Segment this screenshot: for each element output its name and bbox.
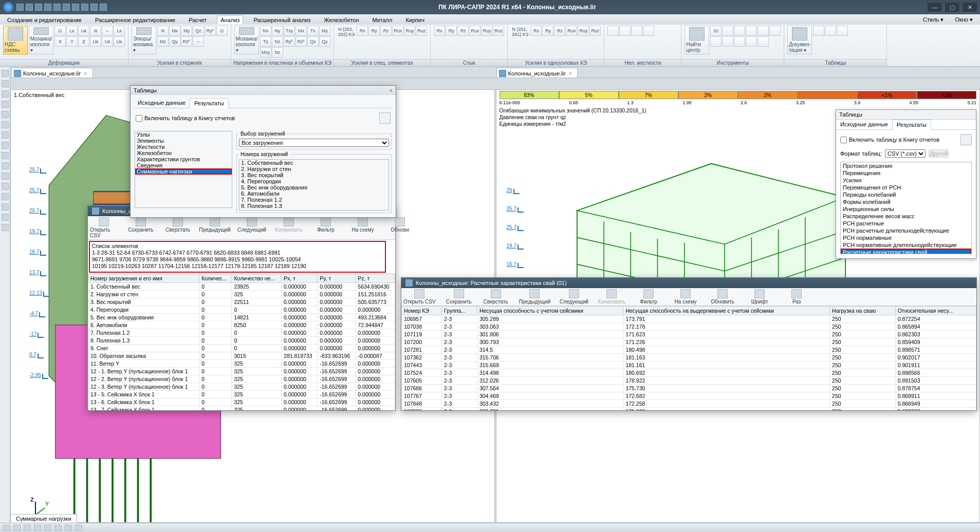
table-row[interactable]: 12 - 2. Ветер Y (пульсационное) блок 103… (88, 375, 395, 383)
status-icon[interactable] (3, 525, 10, 531)
ribbon-small-button[interactable]: Rx (434, 26, 445, 36)
tab-analysis-ext[interactable]: Расширенный анализ (250, 16, 313, 24)
ribbon-small-button[interactable] (619, 26, 631, 36)
ribbon-small-button[interactable] (837, 26, 848, 36)
ribbon-small-button[interactable]: Lк (66, 26, 78, 36)
table-row[interactable]: 1078482-3303.432172.2582500.866949 (402, 400, 976, 408)
tool-icon[interactable] (2, 80, 9, 87)
include-report-checkbox[interactable]: Включить таблицу в Книгу отчетов (840, 134, 972, 145)
tool-icon[interactable] (2, 152, 9, 159)
ribbon-small-button[interactable] (710, 36, 722, 47)
category-item[interactable]: Железобетон (135, 150, 232, 156)
ribbon-small-button[interactable]: Ruy (404, 26, 415, 36)
ribbon-small-button[interactable] (757, 36, 769, 47)
qat-icon[interactable] (44, 4, 51, 11)
tab-analysis[interactable]: Анализ (217, 15, 243, 24)
dialog-tab-results[interactable]: Результаты (190, 98, 229, 108)
table-list-item[interactable]: Усилия (841, 177, 971, 184)
column-header[interactable]: Количество не... (232, 274, 282, 282)
ribbon-small-button[interactable]: Z (78, 36, 89, 47)
qat-icon[interactable] (26, 4, 33, 11)
table-row[interactable]: 6. Автомобили082500.0000000.00000072.944… (88, 321, 395, 329)
tool-icon[interactable] (2, 214, 9, 221)
category-item[interactable]: Суммарные нагрузки (135, 168, 232, 175)
table-list-item[interactable]: РСН расчетные длительнодействующие (841, 227, 971, 234)
loadcase-item[interactable]: 3. Вес покрытий (239, 172, 389, 178)
close-button[interactable]: ✕ (963, 3, 977, 12)
qat-icon[interactable] (100, 4, 107, 11)
loadcase-item[interactable]: 7. Полезная 1.2 (239, 197, 389, 203)
checkbox-icon[interactable] (136, 115, 142, 122)
ribbon-small-button[interactable]: Rz⁰ (295, 36, 307, 47)
table-row[interactable]: 13 - 5. Сейсмика X блок 103250.000000-16… (88, 390, 395, 398)
tab-concrete[interactable]: Железобетон (321, 16, 362, 24)
toolbar-button[interactable]: Открыть CSV (90, 217, 118, 238)
table-row[interactable]: 10. Обратная засыпка03015281.819733-833.… (88, 352, 395, 359)
toolbar-button[interactable]: Открыть CSV (403, 289, 436, 305)
column-header[interactable]: Px, т (282, 274, 318, 282)
other-button[interactable]: Другой (929, 149, 949, 158)
table-row[interactable]: 1076052-3312.026178.9222500.891503 (402, 377, 976, 385)
ribbon-small-button[interactable]: Rux (469, 26, 480, 36)
table-list-item[interactable]: Инерционные силы (841, 205, 971, 213)
ribbon-small-button[interactable] (631, 26, 642, 36)
loadcase-item[interactable]: 2. Нагрузки от стен (239, 166, 389, 172)
checkbox-icon[interactable] (840, 137, 847, 143)
ribbon-small-button[interactable]: Rz (380, 26, 392, 36)
ribbon-small-button[interactable]: Tу (260, 36, 271, 47)
ribbon-small-button[interactable]: My (319, 26, 330, 36)
ribbon-small-button[interactable]: Ry⁰ (284, 36, 295, 47)
ribbon-small-button[interactable]: – (102, 26, 113, 36)
qat-icon[interactable] (90, 4, 98, 11)
ribbon-small-button[interactable] (746, 36, 757, 47)
summary-table[interactable]: Номер загружения и его имяКоличес...Коли… (88, 274, 395, 411)
loadcase-item[interactable]: 8. Полезная 1.3 (239, 203, 389, 209)
ribbon-small-button[interactable]: G (54, 26, 66, 36)
column-header[interactable]: Группа... (442, 307, 477, 315)
category-item[interactable]: Жесткости (135, 144, 232, 150)
ribbon-small-button[interactable]: Ruz (416, 26, 427, 36)
ribbon-small-button[interactable]: Nz (272, 47, 283, 58)
table-row[interactable]: 1077672-3304.469172.6822500.869911 (402, 392, 976, 400)
tab-create[interactable]: Создание и редактирование (4, 16, 85, 24)
tool-icon[interactable] (2, 173, 9, 180)
table-row[interactable]: 1072002-3300.793171.2262500.859409 (402, 338, 976, 346)
category-item[interactable]: Характеристики грунтов (135, 156, 232, 162)
tab-brick[interactable]: Кирпич (402, 16, 428, 24)
ribbon-small-button[interactable]: Rx (357, 26, 368, 36)
ribbon-small-button[interactable]: G (216, 26, 228, 36)
tool-icon[interactable] (2, 193, 9, 200)
ribbon-small-button[interactable]: Nx (260, 26, 271, 36)
column-header[interactable]: Несущая способность с учетом сейсмики (477, 307, 623, 315)
table-list-item[interactable]: Перемещения (841, 169, 971, 177)
toolbar-button[interactable]: Предыдущий (201, 217, 229, 238)
toolbar-button[interactable]: Сверстать (482, 289, 510, 305)
table-list-item[interactable]: РСН нормативные длительнодействующие (841, 241, 971, 249)
toolbar-button[interactable]: Шрифт (746, 289, 773, 305)
tool-icon[interactable] (2, 131, 9, 139)
table-list-item[interactable]: Перемещения от РСН (841, 184, 971, 191)
table-list-item[interactable]: Формы колебаний (841, 198, 971, 205)
ribbon-small-button[interactable]: Ruy (578, 26, 589, 36)
close-icon[interactable]: × (390, 87, 393, 93)
toolbar-button[interactable]: Раз (783, 289, 810, 305)
status-icon[interactable] (65, 525, 72, 531)
style-dropdown[interactable]: Стиль ▾ (920, 15, 947, 24)
table-list-item[interactable]: Протокол решения (841, 162, 971, 169)
ribbon-button-mi[interactable]: Мозаика/ изополя ▾ (234, 26, 259, 54)
table-row[interactable]: 1076862-3307.564175.7302500.878754 (402, 385, 976, 392)
ribbon-small-button[interactable]: Rz (457, 26, 469, 36)
table-list-item[interactable]: Расчетные характеристики свай (841, 249, 971, 254)
category-item[interactable]: Элементы (135, 138, 232, 144)
table-list-item[interactable]: РСН расчетные (841, 220, 971, 227)
ribbon-small-button[interactable] (734, 26, 745, 36)
loadcase-item[interactable]: 1. Собственный вес (239, 160, 389, 166)
ribbon-small-button[interactable]: Ry (368, 26, 380, 36)
ribbon-button-doc[interactable]: Докумен- тация ▾ (787, 26, 812, 54)
ribbon-small-button[interactable] (722, 36, 733, 47)
ribbon-small-button[interactable]: Nz (272, 36, 283, 47)
ribbon-small-button[interactable]: Y (66, 36, 78, 47)
toolbar-button[interactable]: Обнови (386, 217, 414, 238)
column-header[interactable]: Номер загружения и его имя (88, 274, 199, 282)
table-row[interactable]: 1069572-3305.289173.7912500.872254 (402, 315, 976, 323)
